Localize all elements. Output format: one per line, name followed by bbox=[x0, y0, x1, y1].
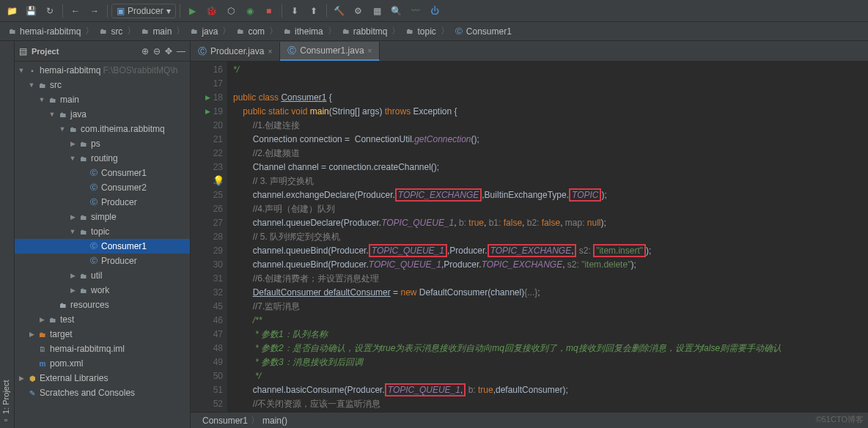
build-icon[interactable]: 🔨 bbox=[331, 2, 348, 20]
code-line[interactable]: //7.监听消息 bbox=[233, 300, 862, 314]
breadcrumb-segment[interactable]: 🖿hemai-rabbitmq bbox=[4, 25, 84, 38]
gutter-line[interactable]: 30 bbox=[191, 258, 223, 272]
code-breadcrumb-item[interactable]: main() bbox=[262, 416, 287, 426]
code-line[interactable]: channel.exchangeDeclare(Producer.TOPIC_E… bbox=[233, 188, 862, 202]
code-line[interactable]: */ bbox=[233, 369, 862, 383]
code-line[interactable]: * 参数2：是否自动确认，设置为true为表示消息接收到自动向mq回复接收到了，… bbox=[233, 342, 862, 355]
settings-icon[interactable]: ✥ bbox=[165, 46, 172, 56]
gutter-line[interactable]: 29 bbox=[191, 244, 223, 258]
gutter-line[interactable]: 49 bbox=[191, 355, 223, 369]
tree-node[interactable]: ▼🖿com.itheima.rabbitmq bbox=[15, 122, 190, 136]
tree-node[interactable]: ▼🖿java bbox=[15, 107, 190, 122]
gutter-line[interactable]: 31 bbox=[191, 272, 223, 286]
tree-node[interactable]: 🖿resources bbox=[15, 298, 190, 312]
gutter-line[interactable]: 52 bbox=[191, 397, 223, 411]
gutter-line[interactable]: ▶19 bbox=[191, 105, 223, 119]
gutter-line[interactable]: 25 bbox=[191, 188, 223, 202]
breadcrumb-segment[interactable]: 🖿com bbox=[232, 25, 268, 38]
gutter-line[interactable]: 16 bbox=[191, 63, 223, 77]
tree-node[interactable]: ▶🖿target bbox=[15, 327, 190, 342]
gutter-line[interactable]: 48 bbox=[191, 342, 223, 355]
breadcrumb-segment[interactable]: 🖿src bbox=[95, 25, 125, 38]
gutter-line[interactable]: 51 bbox=[191, 383, 223, 397]
code-line[interactable]: DefaultConsumer defaultConsumer = new De… bbox=[233, 286, 862, 300]
gutter-line[interactable]: ▶18 bbox=[191, 91, 223, 105]
vcs-commit-icon[interactable]: ⬆ bbox=[305, 2, 323, 20]
save-icon[interactable]: 💾 bbox=[22, 2, 40, 20]
code-line[interactable]: //6.创建消费者；并设置消息处理 bbox=[233, 272, 862, 286]
open-icon[interactable]: 📁 bbox=[3, 2, 21, 20]
tree-node[interactable]: ▼🖿topic bbox=[15, 224, 190, 239]
code-line[interactable]: //1.创建连接 bbox=[233, 119, 862, 133]
code-line[interactable]: //不关闭资源，应该一直监听消息 bbox=[233, 397, 862, 411]
code-line[interactable]: // 3. 声明交换机 bbox=[233, 174, 862, 188]
redo-icon[interactable]: → bbox=[86, 2, 103, 20]
settings-icon[interactable]: ⚙ bbox=[350, 2, 367, 20]
editor-tab[interactable]: ⒸProducer.java× bbox=[191, 42, 280, 61]
code-line[interactable]: //2.创建频道 bbox=[233, 147, 862, 160]
tree-node[interactable]: ⒸProducer bbox=[15, 195, 190, 210]
code-line[interactable] bbox=[233, 77, 862, 91]
tree-node[interactable]: ▶🖿test bbox=[15, 312, 190, 327]
breadcrumb-segment[interactable]: 🖿rabbitmq bbox=[338, 25, 391, 38]
tree-node[interactable]: ⒸConsumer1 bbox=[15, 239, 190, 254]
editor-gutter[interactable]: 1617▶18▶19202122232425262728293031324546… bbox=[191, 62, 227, 412]
editor-code[interactable]: */public class Consumer1 { public static… bbox=[227, 62, 868, 412]
gutter-line[interactable]: 32 bbox=[191, 286, 223, 300]
code-line[interactable]: * 参数1：队列名称 bbox=[233, 328, 862, 342]
gutter-line[interactable]: 17 bbox=[191, 77, 223, 91]
gutter-line[interactable]: 45 bbox=[191, 300, 223, 314]
gutter-line[interactable]: 28 bbox=[191, 230, 223, 244]
select-opened-icon[interactable]: ⊕ bbox=[141, 46, 149, 56]
code-line[interactable]: Channel channel = connection.createChann… bbox=[233, 160, 862, 174]
intention-bulb-icon[interactable]: 💡 bbox=[213, 175, 224, 186]
project-tree[interactable]: ▼▪hemai-rabbitmq F:\BOS\rabbitMQ\h▼🖿src▼… bbox=[15, 62, 190, 428]
breadcrumb-segment[interactable]: ⒸConsumer1 bbox=[451, 25, 515, 38]
tree-node[interactable]: ⒸConsumer2 bbox=[15, 180, 190, 195]
gutter-line[interactable]: 50 bbox=[191, 369, 223, 383]
tree-node[interactable]: ▶🖿ps bbox=[15, 136, 190, 151]
gutter-line[interactable]: 53 bbox=[191, 411, 223, 412]
structure-icon[interactable]: ▦ bbox=[369, 2, 386, 20]
code-line[interactable]: channel.queueBind(Producer.TOPIC_QUEUE_1… bbox=[233, 258, 862, 272]
breadcrumb-segment[interactable]: 🖿main bbox=[137, 25, 174, 38]
code-line[interactable]: channel.basicConsume(Producer.TOPIC_QUEU… bbox=[233, 383, 862, 397]
coverage-button[interactable]: ⬡ bbox=[222, 2, 240, 20]
close-icon[interactable]: × bbox=[268, 48, 272, 56]
code-line[interactable]: public static void main(String[] args) t… bbox=[233, 105, 862, 119]
breadcrumb-segment[interactable]: 🖿itheima bbox=[279, 25, 326, 38]
profile-button[interactable]: ◉ bbox=[241, 2, 259, 20]
tree-node[interactable]: ▼🖿main bbox=[15, 92, 190, 107]
tree-node[interactable]: ▼▪hemai-rabbitmq F:\BOS\rabbitMQ\h bbox=[15, 63, 190, 78]
code-line[interactable]: */ bbox=[233, 63, 862, 77]
code-line[interactable]: // 5. 队列绑定到交换机 bbox=[233, 230, 862, 244]
code-line[interactable]: * 参数3：消息接收到后回调 bbox=[233, 355, 862, 369]
tree-node[interactable]: ⒸConsumer1 bbox=[15, 166, 190, 180]
code-line[interactable]: //channel.close(); bbox=[233, 411, 862, 412]
hide-icon[interactable]: — bbox=[177, 46, 185, 56]
gutter-line[interactable]: 47 bbox=[191, 328, 223, 342]
tree-node[interactable]: ▶🖿work bbox=[15, 283, 190, 298]
code-breadcrumb-item[interactable]: Consumer1 bbox=[202, 416, 248, 426]
stop-button[interactable]: ■ bbox=[260, 2, 278, 20]
collapse-icon[interactable]: ⊖ bbox=[153, 46, 161, 56]
gutter-line[interactable]: 22 bbox=[191, 147, 223, 160]
tree-node[interactable]: ✎Scratches and Consoles bbox=[15, 385, 190, 400]
search-icon[interactable]: 🔍 bbox=[388, 2, 405, 20]
gutter-line[interactable]: 20 bbox=[191, 119, 223, 133]
run-button[interactable]: ▶ bbox=[184, 2, 202, 20]
code-line[interactable]: public class Consumer1 { bbox=[233, 91, 862, 105]
editor-tab[interactable]: ⒸConsumer1.java× bbox=[280, 42, 380, 61]
debug-button[interactable]: 🐞 bbox=[203, 2, 221, 20]
tree-node[interactable]: ▶⬢External Libraries bbox=[15, 371, 190, 385]
vcs-update-icon[interactable]: ⬇ bbox=[286, 2, 304, 20]
close-icon[interactable]: × bbox=[368, 47, 372, 55]
sync-icon[interactable]: ↻ bbox=[41, 2, 59, 20]
tree-node[interactable]: ▼🖿routing bbox=[15, 151, 190, 166]
run-config-selector[interactable]: ▣ Producer ▾ bbox=[111, 4, 176, 18]
code-breadcrumb[interactable]: Consumer1〉main() bbox=[191, 412, 868, 428]
code-line[interactable]: Connection connection = ConnectionUtil.g… bbox=[233, 133, 862, 147]
power-icon[interactable]: ⏻ bbox=[426, 2, 444, 20]
project-tool-tab[interactable]: ▫ 1: Project bbox=[0, 41, 15, 428]
undo-icon[interactable]: ← bbox=[67, 2, 84, 20]
